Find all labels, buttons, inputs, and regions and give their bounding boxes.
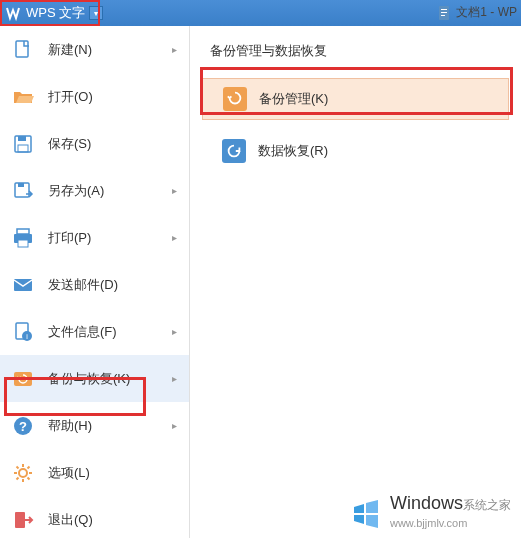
file-info-icon: i [12,321,34,343]
svg-rect-1 [441,9,447,10]
menu-backup-restore[interactable]: 备份与恢复(K) ▸ [0,355,189,402]
svg-rect-6 [18,136,26,141]
menu-file-info[interactable]: i 文件信息(F) ▸ [0,308,189,355]
menu-send-mail[interactable]: 发送邮件(D) [0,261,189,308]
print-icon [12,227,34,249]
submenu-title: 备份管理与数据恢复 [190,42,521,74]
svg-rect-3 [441,15,445,16]
svg-line-27 [17,477,19,479]
svg-line-26 [28,477,30,479]
backup-submenu-panel: 备份管理与数据恢复 备份管理(K) 数据恢复(R) [190,26,521,538]
app-name: WPS 文字 [26,4,85,22]
menu-exit[interactable]: 退出(Q) [0,496,189,538]
svg-rect-13 [14,279,32,291]
file-menu-panel: 新建(N) ▸ 打开(O) 保存(S) 另存为(A) ▸ [0,26,190,538]
svg-point-20 [19,469,27,477]
backup-icon [12,368,34,390]
menu-label: 选项(L) [48,464,177,482]
menu-options[interactable]: 选项(L) [0,449,189,496]
menu-new[interactable]: 新建(N) ▸ [0,26,189,73]
wps-logo-icon [4,4,22,22]
watermark-main: Windows [390,493,463,513]
help-icon: ? [12,415,34,437]
save-as-icon [12,180,34,202]
svg-rect-9 [18,183,24,187]
chevron-right-icon: ▸ [172,420,177,431]
menu-save[interactable]: 保存(S) [0,120,189,167]
exit-icon [12,509,34,531]
svg-rect-17 [14,372,32,386]
submenu-data-recovery[interactable]: 数据恢复(R) [202,130,509,172]
menu-help[interactable]: ? 帮助(H) ▸ [0,402,189,449]
svg-rect-4 [16,41,28,57]
menu-save-as[interactable]: 另存为(A) ▸ [0,167,189,214]
watermark-sub: 系统之家 [463,498,511,512]
menu-label: 打印(P) [48,229,172,247]
menu-label: 备份与恢复(K) [48,370,172,388]
svg-rect-2 [441,12,447,13]
menu-label: 保存(S) [48,135,177,153]
watermark: Windows系统之家 www.bjjmlv.com [348,492,511,530]
backup-mgmt-icon [223,87,247,111]
chevron-right-icon: ▸ [172,232,177,243]
menu-label: 退出(Q) [48,511,177,529]
submenu-label: 备份管理(K) [259,90,328,108]
submenu-label: 数据恢复(R) [258,142,328,160]
document-icon [436,5,452,21]
document-title: 文档1 - WP [456,4,517,21]
chevron-right-icon: ▸ [172,44,177,55]
data-recovery-icon [222,139,246,163]
svg-rect-29 [15,512,25,528]
submenu-backup-management[interactable]: 备份管理(K) [202,78,509,120]
menu-print[interactable]: 打印(P) ▸ [0,214,189,261]
save-icon [12,133,34,155]
gear-icon [12,462,34,484]
svg-rect-10 [17,229,29,234]
windows-logo-icon [348,493,384,529]
new-doc-icon [12,39,34,61]
menu-label: 打开(O) [48,88,177,106]
watermark-text: Windows系统之家 www.bjjmlv.com [390,492,511,530]
svg-line-28 [28,466,30,468]
svg-line-25 [17,466,19,468]
menu-label: 发送邮件(D) [48,276,177,294]
chevron-right-icon: ▸ [172,373,177,384]
menu-label: 另存为(A) [48,182,172,200]
chevron-right-icon: ▸ [172,326,177,337]
menu-label: 新建(N) [48,41,172,59]
app-dropdown-button[interactable]: ▾ [89,6,103,20]
menu-open[interactable]: 打开(O) [0,73,189,120]
document-tab[interactable]: 文档1 - WP [436,4,517,21]
svg-rect-12 [18,240,28,247]
menu-label: 帮助(H) [48,417,172,435]
mail-icon [12,274,34,296]
svg-rect-7 [18,145,28,152]
watermark-url: www.bjjmlv.com [390,516,511,530]
svg-text:?: ? [19,419,27,434]
open-folder-icon [12,86,34,108]
menu-label: 文件信息(F) [48,323,172,341]
chevron-right-icon: ▸ [172,185,177,196]
